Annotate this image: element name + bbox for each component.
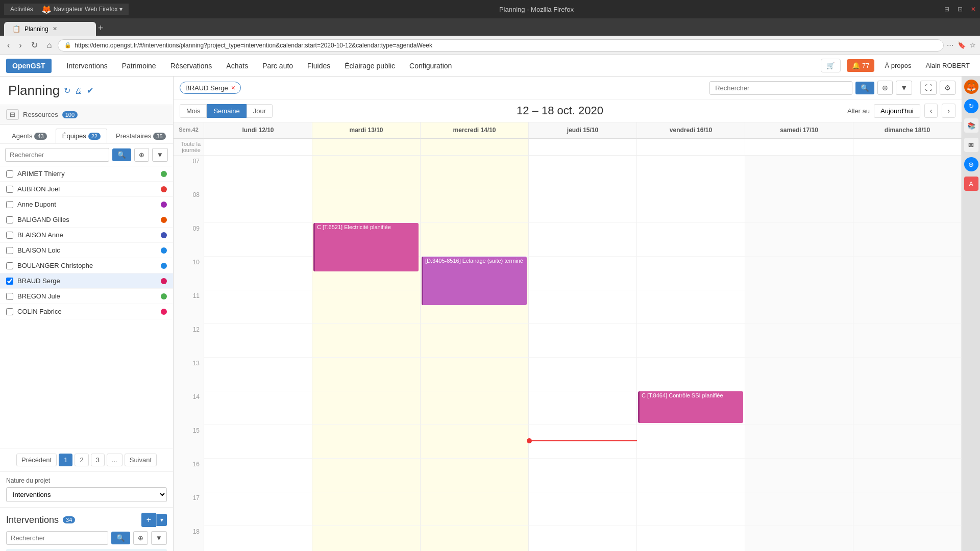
new-tab-btn[interactable]: + bbox=[98, 23, 104, 34]
cal-cell-col0-hour17[interactable] bbox=[204, 492, 312, 526]
cal-cell-col0-hour12[interactable] bbox=[204, 324, 312, 358]
cal-cell-col4-hour08[interactable] bbox=[637, 189, 745, 223]
add-intervention-btn[interactable]: + bbox=[141, 513, 156, 527]
cal-cell-col6-hour10[interactable] bbox=[853, 257, 962, 290]
nav-eclairage[interactable]: Éclairage public bbox=[337, 55, 402, 77]
cal-cell-col0-hour09[interactable] bbox=[204, 223, 312, 257]
cal-cell-col2-hour16[interactable] bbox=[421, 459, 529, 492]
cal-cell-col2-hour13[interactable] bbox=[421, 358, 529, 391]
cal-cell-col5-hour14[interactable] bbox=[745, 391, 853, 425]
calendar-search-input[interactable] bbox=[709, 81, 852, 95]
sidebar-magnify-btn[interactable]: ⊕ bbox=[134, 148, 149, 162]
cal-cell-col0-hour13[interactable] bbox=[204, 358, 312, 391]
bookmark-icon[interactable]: 🔖 bbox=[958, 41, 966, 49]
cal-cell-col0-hour15[interactable] bbox=[204, 425, 312, 459]
cal-cell-col4-hour16[interactable] bbox=[637, 459, 745, 492]
agent-checkbox[interactable] bbox=[6, 232, 13, 239]
cal-cell-col2-hour07[interactable] bbox=[421, 156, 529, 189]
app-logo[interactable]: OpenGST bbox=[6, 59, 52, 73]
extensions-icon[interactable]: ⋯ bbox=[947, 41, 953, 49]
interventions-filter-btn[interactable]: ▼ bbox=[151, 531, 167, 545]
calendar-filter-btn[interactable]: ▼ bbox=[896, 81, 912, 95]
cal-cell-col0-hour18[interactable] bbox=[204, 526, 312, 551]
cal-cell-col3-hour09[interactable] bbox=[529, 223, 637, 257]
cal-cell-col0-hour11[interactable] bbox=[204, 290, 312, 324]
cal-cell-col4-hour07[interactable] bbox=[637, 156, 745, 189]
cal-cell-col5-hour08[interactable] bbox=[745, 189, 853, 223]
cal-cell-col0-hour10[interactable] bbox=[204, 257, 312, 290]
agent-list-item[interactable]: BLAISON Loic bbox=[0, 243, 173, 258]
next-week-btn[interactable]: › bbox=[942, 104, 955, 118]
cal-cell-col1-hour13[interactable] bbox=[312, 358, 421, 391]
nav-parc-auto[interactable]: Parc auto bbox=[255, 55, 300, 77]
pagination-next[interactable]: Suivant bbox=[125, 454, 157, 466]
today-btn[interactable]: Aujourd'hui bbox=[874, 104, 920, 118]
cal-cell-col6-hour13[interactable] bbox=[853, 358, 962, 391]
cal-cell-col4-hour10[interactable] bbox=[637, 257, 745, 290]
cal-cell-col4-hour11[interactable] bbox=[637, 290, 745, 324]
cal-cell-col6-hour07[interactable] bbox=[853, 156, 962, 189]
cal-cell-col3-hour12[interactable] bbox=[529, 324, 637, 358]
browser-tab-planning[interactable]: 📋 Planning ✕ bbox=[4, 22, 96, 36]
cal-cell-col2-hour09[interactable] bbox=[421, 223, 529, 257]
notifications-btn[interactable]: 🔔 77 bbox=[847, 59, 874, 72]
filter-tag-close[interactable]: × bbox=[231, 84, 235, 92]
interventions-search-btn[interactable]: 🔍 bbox=[111, 532, 130, 544]
agent-checkbox[interactable] bbox=[6, 262, 13, 269]
cal-cell-col6-hour17[interactable] bbox=[853, 492, 962, 526]
cal-cell-col0-hour16[interactable] bbox=[204, 459, 312, 492]
calendar-event-ev2[interactable]: [D.3405-8516] Eclairage (suite) terminé bbox=[422, 257, 527, 305]
view-jour-btn[interactable]: Jour bbox=[247, 104, 273, 118]
calendar-fullscreen-btn[interactable]: ⛶ bbox=[920, 81, 937, 95]
agent-list-item[interactable]: BALIGAND Gilles bbox=[0, 212, 173, 228]
pagination-page-1[interactable]: 1 bbox=[59, 454, 72, 466]
nav-patrimoine[interactable]: Patrimoine bbox=[115, 55, 163, 77]
cal-cell-col5-hour09[interactable] bbox=[745, 223, 853, 257]
cal-cell-col4-hour13[interactable] bbox=[637, 358, 745, 391]
cal-cell-col1-hour16[interactable] bbox=[312, 459, 421, 492]
cal-cell-col2-hour14[interactable] bbox=[421, 391, 529, 425]
cal-cell-col3-hour08[interactable] bbox=[529, 189, 637, 223]
about-link[interactable]: À propos bbox=[880, 59, 915, 72]
nav-achats[interactable]: Achats bbox=[219, 55, 255, 77]
cal-cell-col2-hour18[interactable] bbox=[421, 526, 529, 551]
cal-cell-col5-hour11[interactable] bbox=[745, 290, 853, 324]
cal-cell-col4-hour17[interactable] bbox=[637, 492, 745, 526]
cal-cell-col2-hour15[interactable] bbox=[421, 425, 529, 459]
interventions-magnify-btn[interactable]: ⊕ bbox=[133, 531, 148, 545]
pagination-prev[interactable]: Précédent bbox=[16, 454, 57, 466]
refresh-btn[interactable]: ↻ bbox=[64, 86, 70, 95]
cal-cell-col6-hour12[interactable] bbox=[853, 324, 962, 358]
cal-cell-col3-hour07[interactable] bbox=[529, 156, 637, 189]
sidebar-search-btn[interactable]: 🔍 bbox=[112, 148, 131, 161]
agent-checkbox[interactable] bbox=[6, 278, 13, 285]
calendar-event-ev1[interactable]: C [T.6521] Electricité planifiée bbox=[313, 223, 419, 271]
cal-cell-col6-hour15[interactable] bbox=[853, 425, 962, 459]
cal-cell-col3-hour15[interactable] bbox=[529, 425, 637, 459]
tab-close-btn[interactable]: ✕ bbox=[53, 26, 57, 32]
cal-cell-col3-hour17[interactable] bbox=[529, 492, 637, 526]
cal-cell-col5-hour07[interactable] bbox=[745, 156, 853, 189]
cal-cell-col5-hour16[interactable] bbox=[745, 459, 853, 492]
cal-cell-col1-hour07[interactable] bbox=[312, 156, 421, 189]
cal-cell-col6-hour11[interactable] bbox=[853, 290, 962, 324]
cal-cell-col6-hour08[interactable] bbox=[853, 189, 962, 223]
sync-icon[interactable]: ↻ bbox=[964, 99, 978, 113]
nav-fluides[interactable]: Fluides bbox=[300, 55, 337, 77]
address-bar[interactable]: 🔒 https://demo.opengst.fr/#/intervention… bbox=[58, 39, 944, 52]
agent-list-item[interactable]: COLIN Fabrice bbox=[0, 304, 173, 319]
cal-cell-col5-hour10[interactable] bbox=[745, 257, 853, 290]
tab-agents[interactable]: Agents 43 bbox=[5, 129, 54, 143]
user-menu[interactable]: Alain ROBERT bbox=[922, 59, 974, 72]
agent-checkbox[interactable] bbox=[6, 247, 13, 254]
cal-cell-col6-hour14[interactable] bbox=[853, 391, 962, 425]
cal-cell-col3-hour14[interactable] bbox=[529, 391, 637, 425]
agent-checkbox[interactable] bbox=[6, 308, 13, 315]
view-semaine-btn[interactable]: Semaine bbox=[207, 104, 246, 118]
agent-checkbox[interactable] bbox=[6, 170, 13, 178]
nature-select[interactable]: Interventions bbox=[6, 487, 167, 502]
tab-equipes[interactable]: Équipes 22 bbox=[56, 129, 107, 143]
cal-cell-col1-hour14[interactable] bbox=[312, 391, 421, 425]
check-btn[interactable]: ✔ bbox=[87, 86, 93, 95]
firefox-icon[interactable]: 🦊 bbox=[964, 80, 978, 94]
